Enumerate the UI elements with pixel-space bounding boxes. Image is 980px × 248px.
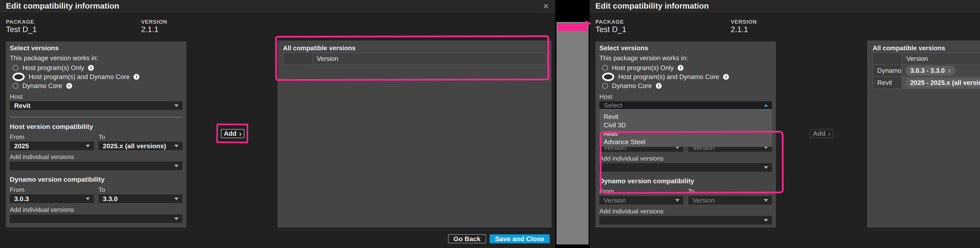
chevron-down-icon	[174, 165, 178, 167]
host-option-civil3d[interactable]: Civil 3D	[599, 121, 772, 129]
works-in-label: This package version works in:	[599, 54, 772, 62]
chevron-down-icon	[174, 197, 178, 200]
info-icon[interactable]: i	[88, 65, 94, 71]
host-individual-versions-select[interactable]	[599, 163, 772, 172]
chip-label: 3.0.3 - 3.3.0	[910, 67, 945, 74]
from-label: From	[599, 188, 684, 195]
radio-dynamo-core[interactable]: Dynamo Core i	[10, 82, 183, 90]
chevron-down-icon	[675, 199, 679, 202]
table-row-host: Revit	[873, 77, 902, 89]
dynamo-to-placeholder: Version	[692, 197, 714, 204]
radio-host-and-dynamo-core[interactable]: Host program(s) and Dynamo Core i	[599, 73, 772, 81]
chevron-down-icon	[764, 199, 768, 202]
dynamo-from-select[interactable]: Version	[599, 196, 684, 205]
radio-circle-selected-icon[interactable]	[602, 73, 614, 81]
radio-label: Host program(s) and Dynamo Core	[618, 73, 719, 81]
info-icon[interactable]: i	[656, 83, 662, 89]
dynamo-version-compat-heading: Dynamo version compatibility	[10, 175, 183, 183]
version-range-chip: 3.0.3 - 3.3.0 x	[905, 66, 956, 76]
host-select-open[interactable]: Select	[599, 101, 772, 110]
add-button-disabled[interactable]: Add ›	[810, 129, 834, 138]
version-label: VERSION	[731, 19, 757, 25]
radio-circle-icon[interactable]	[13, 83, 18, 89]
host-select-value: Revit	[14, 102, 30, 109]
radio-host-only[interactable]: Host program(s) Only i	[10, 64, 183, 72]
radio-circle-icon[interactable]	[602, 65, 608, 71]
remove-chip-icon[interactable]: x	[948, 68, 951, 74]
dynamo-individual-versions-select[interactable]	[10, 214, 183, 223]
add-button-label: Add	[224, 130, 236, 137]
radio-host-only[interactable]: Host program(s) Only i	[599, 64, 772, 72]
dialog-header: Edit compatibility information	[590, 0, 980, 12]
gap-background	[557, 22, 589, 245]
table-header-version: Version	[312, 53, 546, 65]
host-option-advance-steel[interactable]: Advance Steel	[599, 138, 772, 146]
table-header-version: Version	[902, 53, 980, 65]
chevron-down-icon	[174, 104, 178, 107]
host-option-revit[interactable]: Revit	[599, 112, 772, 121]
package-value: Test D_1	[595, 25, 627, 34]
host-to-select[interactable]: 2025.x (all versions)	[99, 142, 183, 150]
add-individual-versions-label: Add individual versions	[10, 206, 183, 213]
select-versions-heading: Select versions	[10, 44, 183, 52]
version-value: 2.1.1	[731, 25, 748, 34]
host-individual-versions-select[interactable]	[10, 161, 183, 170]
radio-label: Host program(s) and Dynamo Core	[29, 73, 130, 81]
dynamo-to-select[interactable]: Version	[688, 196, 772, 205]
table-row-versions: 2025 - 2025.x (all versions) x	[902, 77, 980, 89]
divider	[10, 117, 183, 117]
close-icon[interactable]: ×	[543, 1, 549, 11]
info-icon[interactable]: i	[723, 74, 729, 80]
host-from-select[interactable]: 2025	[10, 142, 94, 150]
add-individual-versions-label: Add individual versions	[10, 153, 183, 160]
version-label: VERSION	[141, 19, 167, 25]
package-label: PACKAGE	[595, 19, 624, 25]
save-and-close-button[interactable]: Save and Close	[490, 234, 550, 243]
radio-circle-icon[interactable]	[13, 65, 18, 71]
from-label: From	[10, 133, 94, 141]
radio-circle-selected-icon[interactable]	[13, 73, 25, 81]
host-select[interactable]: Revit	[10, 101, 183, 110]
radio-circle-icon[interactable]	[602, 83, 608, 89]
host-option-alias[interactable]: Alias	[599, 129, 772, 138]
add-button[interactable]: Add ›	[221, 129, 244, 138]
edit-compatibility-dialog-left: Edit compatibility information × PACKAGE…	[0, 0, 555, 248]
table-row-host: Dynamo	[873, 65, 902, 77]
dynamo-individual-versions-select[interactable]	[599, 216, 772, 224]
radio-host-and-dynamo-core[interactable]: Host program(s) and Dynamo Core i	[10, 73, 183, 81]
info-icon[interactable]: i	[678, 65, 684, 71]
radio-label: Host program(s) Only	[612, 64, 674, 71]
host-label: Host	[10, 93, 183, 100]
radio-label: Host program(s) Only	[22, 64, 84, 71]
host-from-value: 2025	[14, 142, 29, 150]
edit-compatibility-dialog-right: Edit compatibility information × PACKAGE…	[590, 0, 980, 248]
radio-dynamo-core[interactable]: Dynamo Core i	[599, 82, 772, 90]
chevron-right-icon: ›	[239, 130, 241, 137]
info-icon[interactable]: i	[66, 83, 72, 89]
package-label: PACKAGE	[6, 19, 34, 25]
dynamo-to-select[interactable]: 3.3.0	[99, 194, 183, 203]
compat-table: Version Dynamo 3.0.3 - 3.3.0 x Revit 202…	[873, 53, 980, 89]
go-back-button[interactable]: Go Back	[448, 234, 486, 243]
select-versions-form: Select versions This package version wor…	[595, 41, 776, 227]
select-versions-form: Select versions This package version wor…	[6, 41, 186, 227]
add-button-label: Add	[813, 130, 826, 137]
screenshot-gap	[555, 0, 590, 248]
info-icon[interactable]: i	[134, 74, 139, 80]
add-individual-versions-label: Add individual versions	[599, 208, 772, 215]
compat-panel-heading: All compatible versions	[867, 41, 980, 52]
all-compatible-versions-panel: All compatible versions Version Dynamo 3…	[867, 41, 980, 227]
host-dropdown-list: Revit Civil 3D Alias Advance Steel	[599, 111, 772, 147]
dialog-title: Edit compatibility information	[6, 2, 119, 11]
chevron-up-icon	[764, 104, 768, 107]
host-select-placeholder: Select	[604, 101, 622, 109]
dynamo-from-placeholder: Version	[604, 197, 626, 204]
works-in-label: This package version works in:	[10, 54, 183, 62]
compat-panel-heading: All compatible versions	[278, 41, 552, 52]
chevron-down-icon	[764, 166, 768, 169]
dynamo-from-value: 3.0.3	[14, 195, 29, 203]
dynamo-from-select[interactable]: 3.0.3	[10, 194, 94, 203]
to-label: To	[99, 186, 183, 193]
table-row-versions: 3.0.3 - 3.3.0 x	[902, 65, 980, 77]
compat-table: Version	[283, 53, 546, 65]
